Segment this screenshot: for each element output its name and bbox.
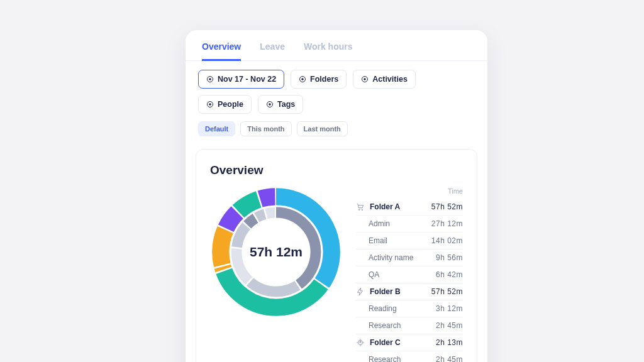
time-value: 2h 45m	[436, 321, 463, 330]
chip-default[interactable]: Default	[198, 121, 235, 136]
svg-point-25	[362, 209, 363, 211]
svg-point-9	[269, 103, 271, 106]
folder-name: Folder C	[370, 338, 401, 347]
activity-name: Reading	[356, 304, 397, 313]
time-value: 6h 42m	[436, 270, 463, 279]
time-value: 9h 56m	[436, 253, 463, 262]
compass-icon	[356, 338, 365, 347]
time-value: 57h 52m	[431, 287, 463, 296]
folder-name: Folder A	[370, 202, 400, 211]
donut-chart: 57h 12m	[210, 186, 342, 318]
filter-label: People	[218, 100, 243, 109]
tabs: Overview Leave Work hours	[186, 30, 487, 61]
bolt-icon	[356, 287, 365, 296]
tab-overview[interactable]: Overview	[202, 41, 241, 61]
filter-label: Nov 17 - Nov 22	[218, 75, 276, 84]
overview-panel: Overview 57h 12m Time Folder A57h 52mAdm…	[196, 149, 477, 362]
activity-name: Admin	[356, 219, 390, 228]
activity-name: QA	[356, 270, 379, 279]
quick-ranges: Default This month Last month	[186, 119, 487, 145]
activity-name: Email	[356, 236, 387, 245]
filter-tags[interactable]: Tags	[258, 95, 303, 114]
activity-row: Activity name9h 56m	[356, 249, 463, 266]
folder-row[interactable]: Folder A57h 52m	[356, 199, 463, 215]
svg-point-24	[358, 209, 360, 211]
svg-point-3	[301, 78, 304, 80]
filter-label: Tags	[277, 100, 295, 109]
activity-row: Email14h 02m	[356, 232, 463, 249]
target-icon	[299, 75, 306, 83]
donut-center-value: 57h 12m	[210, 186, 342, 318]
activity-row: Reading3h 12m	[356, 300, 463, 317]
table-header: Time	[356, 186, 463, 199]
filter-people[interactable]: People	[198, 95, 252, 114]
filter-folders[interactable]: Folders	[291, 70, 347, 89]
chip-last-month[interactable]: Last month	[297, 121, 348, 136]
filter-label: Activities	[372, 75, 408, 84]
activity-name: Research	[356, 321, 401, 330]
target-icon	[266, 101, 274, 108]
filter-bar: Nov 17 - Nov 22 Folders Activities Peopl…	[186, 61, 487, 119]
activity-name: Research	[356, 355, 401, 362]
main-card: Overview Leave Work hours Nov 17 - Nov 2…	[186, 30, 487, 362]
tab-work-hours[interactable]: Work hours	[304, 41, 353, 60]
filter-label: Folders	[310, 75, 338, 84]
time-value: 2h 45m	[436, 355, 463, 362]
filter-date-range[interactable]: Nov 17 - Nov 22	[198, 70, 284, 89]
svg-point-1	[209, 78, 211, 80]
folder-row[interactable]: Folder C2h 13m	[356, 334, 463, 351]
chip-this-month[interactable]: This month	[240, 121, 291, 136]
activity-row: Research2h 45m	[356, 351, 463, 362]
time-value: 57h 52m	[431, 202, 463, 211]
activity-row: Research2h 45m	[356, 317, 463, 334]
svg-point-5	[364, 78, 367, 80]
target-icon	[361, 75, 369, 83]
folder-name: Folder B	[370, 287, 401, 296]
activity-row: Admin27h 12m	[356, 215, 463, 232]
target-icon	[206, 75, 214, 83]
activity-row: QA6h 42m	[356, 266, 463, 283]
panel-title: Overview	[210, 163, 463, 177]
time-value: 14h 02m	[431, 236, 463, 245]
time-value: 27h 12m	[431, 219, 463, 228]
tab-leave[interactable]: Leave	[260, 41, 285, 60]
activity-name: Activity name	[356, 253, 413, 262]
time-column-header: Time	[448, 187, 463, 195]
target-icon	[206, 101, 214, 108]
folder-row[interactable]: Folder B57h 52m	[356, 283, 463, 300]
breakdown-table: Time Folder A57h 52mAdmin27h 12mEmail14h…	[356, 186, 463, 362]
svg-point-7	[209, 103, 211, 106]
cart-icon	[356, 202, 365, 211]
filter-activities[interactable]: Activities	[353, 70, 416, 89]
time-value: 2h 13m	[436, 338, 463, 347]
time-value: 3h 12m	[436, 304, 463, 313]
